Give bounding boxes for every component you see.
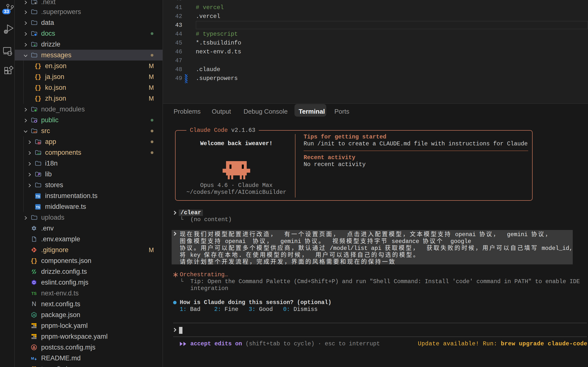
svg-text:N: N xyxy=(32,301,36,307)
svg-text:}: } xyxy=(38,63,41,70)
svg-text:}: } xyxy=(38,95,41,102)
svg-text:TS: TS xyxy=(36,205,40,209)
svg-text:}: } xyxy=(34,258,37,264)
svg-text:}: } xyxy=(38,74,41,80)
svg-text:JS: JS xyxy=(33,314,36,317)
svg-text:TS: TS xyxy=(36,195,40,198)
svg-text:}: } xyxy=(34,366,37,367)
svg-text:M: M xyxy=(31,356,34,360)
svg-text:}: } xyxy=(38,85,41,91)
svg-text:TS: TS xyxy=(31,291,37,296)
